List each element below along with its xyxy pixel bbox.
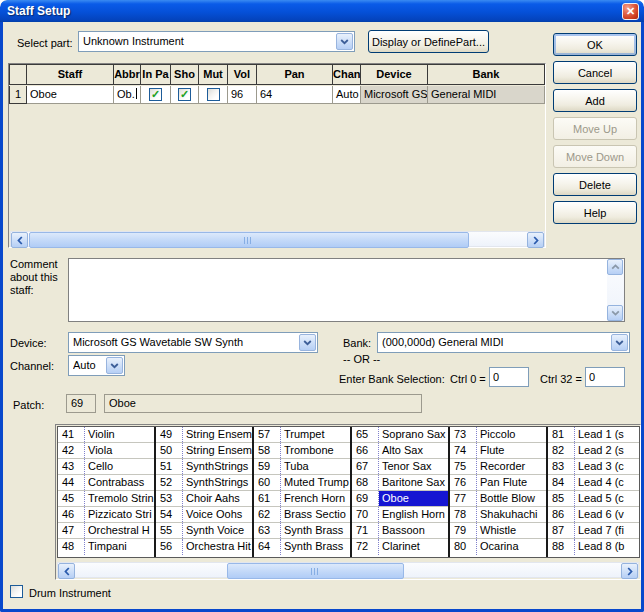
device-cell[interactable]: Microsoft GS <box>361 86 428 104</box>
instrument-number[interactable]: 84 <box>548 475 575 490</box>
instrument-name[interactable]: Soprano Sax <box>379 427 448 442</box>
scroll-left-button[interactable] <box>58 563 75 579</box>
add-button[interactable]: Add <box>553 89 637 112</box>
instrument-row[interactable]: 54Voice Oohs <box>156 507 252 523</box>
instrument-name[interactable]: Piccolo <box>477 427 546 442</box>
instrument-number[interactable]: 62 <box>254 507 281 522</box>
instrument-name[interactable]: Viola <box>85 443 154 458</box>
staff-table-row[interactable]: 1 Oboe Ob. 96 64 Auto Microsoft GS Gener… <box>9 86 545 104</box>
instrument-row[interactable]: 78Shakuhachi <box>450 507 546 523</box>
channel-dropdown-button[interactable] <box>106 357 123 374</box>
scroll-right-button[interactable] <box>527 232 544 248</box>
instrument-row[interactable]: 60Muted Trump <box>254 475 350 491</box>
in-part-cell[interactable] <box>141 86 171 104</box>
instrument-name[interactable]: String Ensem <box>183 443 252 458</box>
instrument-number[interactable]: 43 <box>58 459 85 474</box>
instrument-name[interactable]: Clarinet <box>379 539 448 555</box>
ok-button[interactable]: OK <box>553 33 637 56</box>
comment-vscrollbar[interactable] <box>607 259 624 321</box>
instrument-row[interactable]: 55Synth Voice <box>156 523 252 539</box>
instrument-row[interactable]: 79Whistle <box>450 523 546 539</box>
instrument-number[interactable]: 69 <box>352 491 379 506</box>
instrument-number[interactable]: 87 <box>548 523 575 538</box>
instrument-row[interactable]: 80Ocarina <box>450 539 546 555</box>
instrument-name[interactable]: Synth Voice <box>183 523 252 538</box>
instrument-number[interactable]: 47 <box>58 523 85 538</box>
instrument-name[interactable]: Timpani <box>85 539 154 555</box>
chan-cell[interactable]: Auto <box>333 86 361 104</box>
instrument-row[interactable]: 44Contrabass <box>58 475 154 491</box>
instrument-name[interactable]: String Ensem <box>183 427 252 442</box>
instrument-number[interactable]: 70 <box>352 507 379 522</box>
bank-cell[interactable]: General MIDI <box>428 86 545 104</box>
instrument-name[interactable]: Lead 8 (b <box>575 539 640 555</box>
instrument-number[interactable]: 46 <box>58 507 85 522</box>
instrument-number[interactable]: 48 <box>58 539 85 555</box>
instrument-number[interactable]: 63 <box>254 523 281 538</box>
instrument-number[interactable]: 50 <box>156 443 183 458</box>
instrument-number[interactable]: 81 <box>548 427 575 442</box>
instrument-number[interactable]: 83 <box>548 459 575 474</box>
instrument-name[interactable]: Pan Flute <box>477 475 546 490</box>
select-part-dropdown-button[interactable] <box>336 33 353 50</box>
instrument-row[interactable]: 64Synth Brass <box>254 539 350 555</box>
instrument-name[interactable]: Bottle Blow <box>477 491 546 506</box>
instrument-number[interactable]: 41 <box>58 427 85 442</box>
instrument-row[interactable]: 73Piccolo <box>450 427 546 443</box>
instrument-name[interactable]: Whistle <box>477 523 546 538</box>
instrument-name[interactable]: Contrabass <box>85 475 154 490</box>
instrument-row[interactable]: 84Lead 4 (c <box>548 475 640 491</box>
instrument-number[interactable]: 49 <box>156 427 183 442</box>
instrument-row[interactable]: 88Lead 8 (b <box>548 539 640 555</box>
instrument-row[interactable]: 71Bassoon <box>352 523 448 539</box>
instrument-row[interactable]: 65Soprano Sax <box>352 427 448 443</box>
comment-textarea[interactable] <box>69 259 607 319</box>
instrument-name[interactable]: Synth Brass <box>281 539 350 555</box>
instrument-name[interactable]: Lead 5 (c <box>575 491 640 506</box>
vol-cell[interactable]: 96 <box>228 86 257 104</box>
instrument-number[interactable]: 80 <box>450 539 477 555</box>
instrument-name[interactable]: Lead 2 (s <box>575 443 640 458</box>
instrument-row[interactable]: 67Tenor Sax <box>352 459 448 475</box>
instrument-number[interactable]: 67 <box>352 459 379 474</box>
instrument-row[interactable]: 74Flute <box>450 443 546 459</box>
instrument-row[interactable]: 75Recorder <box>450 459 546 475</box>
instrument-name[interactable]: Lead 6 (v <box>575 507 640 522</box>
instrument-number[interactable]: 76 <box>450 475 477 490</box>
instrument-number[interactable]: 71 <box>352 523 379 538</box>
instrument-row[interactable]: 51SynthStrings <box>156 459 252 475</box>
instrument-row[interactable]: 61French Horn <box>254 491 350 507</box>
instrument-name[interactable]: Orchestral H <box>85 523 154 538</box>
instrument-row[interactable]: 66Alto Sax <box>352 443 448 459</box>
instrument-hscrollbar[interactable] <box>57 562 639 578</box>
instrument-number[interactable]: 52 <box>156 475 183 490</box>
instrument-row[interactable]: 43Cello <box>58 459 154 475</box>
channel-combobox[interactable]: Auto <box>68 355 125 376</box>
instrument-name[interactable]: Tuba <box>281 459 350 474</box>
pan-cell[interactable]: 64 <box>257 86 333 104</box>
instrument-number[interactable]: 61 <box>254 491 281 506</box>
instrument-name[interactable]: SynthStrings <box>183 459 252 474</box>
instrument-number[interactable]: 88 <box>548 539 575 555</box>
instrument-name[interactable]: Recorder <box>477 459 546 474</box>
instrument-row[interactable]: 42Viola <box>58 443 154 459</box>
display-define-part-button[interactable]: Display or DefinePart... <box>368 30 489 53</box>
instrument-number[interactable]: 45 <box>58 491 85 506</box>
instrument-name[interactable]: English Horn <box>379 507 448 522</box>
instrument-number[interactable]: 74 <box>450 443 477 458</box>
instrument-name[interactable]: Alto Sax <box>379 443 448 458</box>
instrument-name[interactable]: Flute <box>477 443 546 458</box>
instrument-row[interactable]: 53Choir Aahs <box>156 491 252 507</box>
instrument-name[interactable]: Shakuhachi <box>477 507 546 522</box>
instrument-name[interactable]: French Horn <box>281 491 350 506</box>
instrument-number[interactable]: 79 <box>450 523 477 538</box>
instrument-name[interactable]: Trombone <box>281 443 350 458</box>
instrument-number[interactable]: 86 <box>548 507 575 522</box>
instrument-row[interactable]: 81Lead 1 (s <box>548 427 640 443</box>
instrument-number[interactable]: 78 <box>450 507 477 522</box>
instrument-row[interactable]: 57Trumpet <box>254 427 350 443</box>
instrument-row[interactable]: 46Pizzicato Stri <box>58 507 154 523</box>
instrument-name[interactable]: Ocarina <box>477 539 546 555</box>
bank-combobox[interactable]: (000,000d) General MIDI <box>377 332 630 353</box>
instrument-row[interactable]: 87Lead 7 (fi <box>548 523 640 539</box>
